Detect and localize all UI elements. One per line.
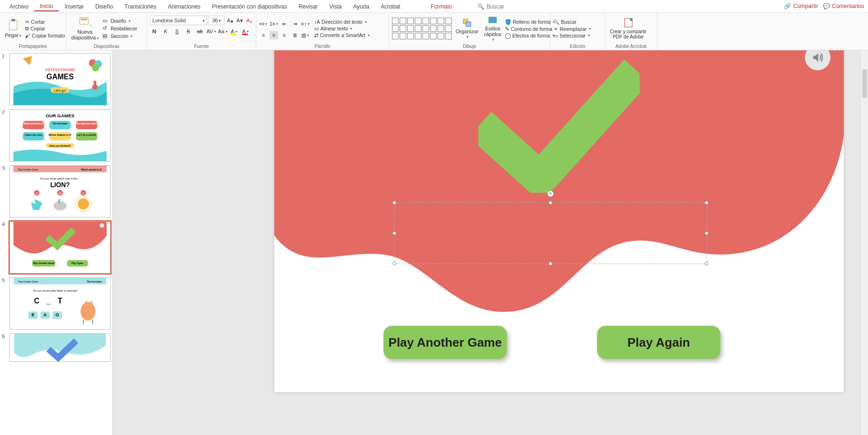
tab-format[interactable]: Formato	[425, 1, 457, 11]
reset-button[interactable]: ↺Restablecer	[103, 25, 137, 32]
text-direction-label: Dirección del texto	[321, 19, 362, 25]
paste-button[interactable]: Pegar	[3, 19, 23, 38]
cut-label: Cortar	[31, 19, 45, 25]
slide-editor[interactable]: Play Another Game Play Again ⟳	[113, 50, 868, 435]
arrange-icon	[462, 18, 472, 28]
tab-design[interactable]: Diseño	[90, 1, 119, 11]
layout-button[interactable]: ▭Diseño	[103, 18, 137, 24]
underline-button[interactable]: S	[173, 27, 181, 36]
slide-panel[interactable]: 1 #STAYATHOME GAMES Let's go! 2	[0, 50, 113, 435]
section-label: Sección	[111, 33, 128, 39]
smartart-button[interactable]: ⇄Convertir a SmartArt	[314, 32, 370, 38]
svg-rect-37	[58, 199, 60, 204]
tab-slideshow[interactable]: Presentación con diapositivas	[206, 1, 293, 11]
speaker-icon	[811, 51, 824, 64]
ribbon: Pegar ✂Cortar ⧉Copiar 🖌Copiar formato Po…	[0, 12, 868, 50]
columns-button[interactable]: ▥	[301, 31, 309, 39]
align-right-button[interactable]: ≡	[280, 31, 289, 39]
change-case-button[interactable]: Aa	[218, 27, 227, 36]
search-box[interactable]: 🔍 Buscar	[472, 1, 510, 11]
thumb1-title: GAMES	[47, 73, 74, 81]
adobe-pdf-button[interactable]: Crear y compartir PDF de Adobe	[608, 18, 648, 39]
slide-thumb-5[interactable]: 5 Play Another Game The lost letter Do y…	[2, 277, 111, 330]
char-spacing-button[interactable]: AV	[207, 27, 215, 36]
increase-indent-button[interactable]: ⇥	[290, 19, 299, 28]
tab-home[interactable]: Inicio	[34, 1, 59, 11]
bullets-button[interactable]: •≡	[259, 19, 268, 28]
highlight-button[interactable]: A	[230, 27, 238, 36]
font-color-button[interactable]: A	[241, 27, 250, 36]
group-drawing-label: Dibujo	[392, 43, 547, 50]
find-button[interactable]: 🔍Buscar	[553, 19, 591, 25]
new-slide-label: Nueva diapositiva	[71, 29, 99, 41]
slide-thumb-6[interactable]: 6	[2, 333, 111, 362]
play-again-button[interactable]: Play Again	[597, 326, 720, 359]
tab-help[interactable]: Ayuda	[347, 1, 375, 11]
share-label: Compartir	[793, 3, 818, 9]
tab-transitions[interactable]: Transiciones	[119, 1, 162, 11]
comments-label: Comentarios	[832, 3, 864, 9]
shadow-button[interactable]: ab	[196, 27, 204, 36]
t4b2: Play Again	[71, 262, 83, 265]
t4b1: Play Another Game	[33, 262, 55, 265]
shapes-gallery[interactable]	[392, 18, 452, 39]
slide-canvas[interactable]: Play Another Game Play Again ⟳	[274, 50, 844, 392]
cut-button[interactable]: ✂Cortar	[25, 19, 65, 25]
bold-button[interactable]: N	[150, 27, 159, 36]
tab-insert[interactable]: Insertar	[59, 1, 90, 11]
t5a: A	[44, 312, 47, 317]
play-another-game-button[interactable]: Play Another Game	[383, 326, 507, 359]
slide-number: 1	[2, 53, 8, 105]
format-painter-button[interactable]: 🖌Copiar formato	[25, 33, 65, 38]
replace-button[interactable]: ↔Reemplazar	[553, 26, 591, 32]
select-button[interactable]: ▭Seleccionar	[553, 33, 591, 38]
shape-effects-button[interactable]: ◯Efectos de forma	[505, 33, 557, 38]
format-painter-label: Copiar formato	[32, 33, 65, 38]
t5o: O	[56, 312, 59, 317]
shape-outline-button[interactable]: ✎Contorno de forma	[505, 26, 557, 32]
slide-thumb-2[interactable]: 2 OUR GAMES Which animal is it? The lost…	[2, 109, 111, 161]
slide-number: 3	[2, 165, 8, 218]
quick-styles-button[interactable]: Estilos rápidos	[482, 15, 503, 42]
tab-animations[interactable]: Animaciones	[162, 1, 206, 11]
scroll-thumb[interactable]	[862, 69, 867, 98]
strike-button[interactable]: S	[184, 27, 193, 36]
numbering-button[interactable]: 1≡	[270, 19, 278, 28]
t2b3: How many are there?	[75, 123, 98, 125]
line-spacing-button[interactable]: ≡↕	[301, 19, 309, 28]
thumb1-tag: #STAYATHOME	[45, 67, 75, 72]
copy-button[interactable]: ⧉Copiar	[25, 26, 65, 32]
effects-icon: ◯	[505, 33, 511, 38]
decrease-font-button[interactable]: A▾	[235, 16, 244, 25]
italic-button[interactable]: K	[161, 27, 170, 36]
tab-file[interactable]: Archivo	[4, 1, 34, 11]
font-name-value: Londrina Solid	[152, 18, 186, 23]
shape-fill-button[interactable]: 🪣Relleno de forma	[505, 19, 557, 25]
align-text-button[interactable]: ▭Alinear texto	[314, 26, 370, 31]
justify-button[interactable]: ≣	[290, 31, 299, 39]
slide-thumb-1[interactable]: 1 #STAYATHOME GAMES Let's go!	[2, 53, 111, 105]
t5hr: The lost letter	[87, 281, 102, 283]
tab-acrobat[interactable]: Acrobat	[375, 1, 406, 11]
font-name-combo[interactable]: Londrina Solid▾	[150, 16, 207, 25]
t5hl: Play Another Game	[18, 281, 38, 283]
tab-review[interactable]: Revisar	[293, 1, 324, 11]
align-center-button[interactable]: ≡	[270, 31, 278, 39]
slide-thumb-3[interactable]: 3 Play Another Game Which animal is it? …	[2, 165, 111, 218]
section-button[interactable]: ▤Sección	[103, 33, 137, 39]
increase-font-button[interactable]: A▴	[226, 16, 234, 25]
share-button[interactable]: 🔗Compartir	[784, 3, 818, 9]
tab-view[interactable]: Vista	[324, 1, 347, 11]
vertical-scrollbar[interactable]	[860, 50, 868, 435]
arrange-button[interactable]: Organizar	[454, 18, 480, 39]
play-another-label: Play Another Game	[389, 335, 502, 350]
new-slide-button[interactable]: ＋ Nueva diapositiva	[69, 17, 101, 41]
slide-thumb-4[interactable]: 4 Play Another Game Play Again	[2, 221, 111, 274]
align-left-button[interactable]: ≡	[259, 31, 268, 39]
text-direction-button[interactable]: ↕ADirección del texto	[314, 19, 370, 25]
clear-format-button[interactable]: Aᵪ	[245, 16, 253, 25]
group-adobe-label: Adobe Acrobat	[608, 43, 654, 50]
comments-button[interactable]: 💬Comentarios	[823, 3, 864, 9]
font-size-combo[interactable]: 36▾	[208, 16, 225, 25]
decrease-indent-button[interactable]: ⇤	[280, 19, 289, 28]
